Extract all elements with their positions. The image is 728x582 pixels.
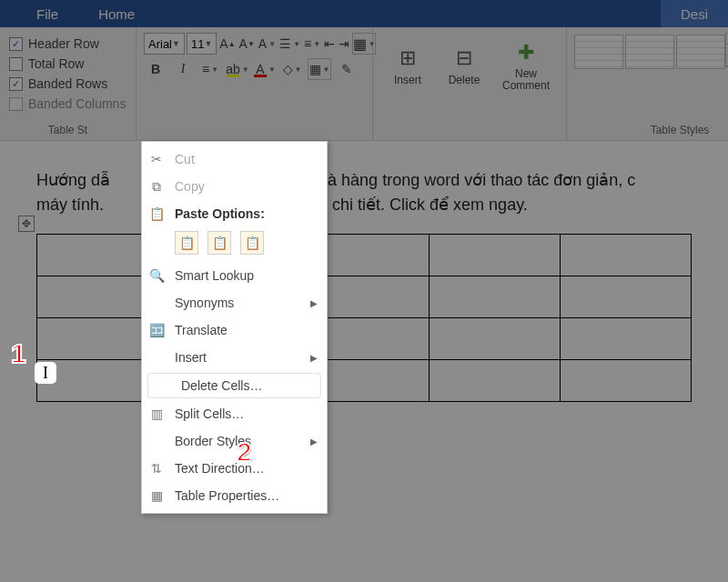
group-label: Table St (7, 124, 128, 138)
menu-insert[interactable]: Insert ▶ (142, 344, 327, 371)
menu-label: Translate (175, 323, 228, 337)
checkbox-unchecked-icon (9, 57, 23, 71)
highlight-color-button[interactable]: ab▼ (226, 58, 249, 80)
table-style-thumb[interactable] (625, 35, 674, 69)
menu-label: Table Properties… (175, 488, 279, 503)
translate-icon: 🈁 (147, 323, 166, 337)
option-label: Banded Columns (28, 96, 126, 111)
menu-translate[interactable]: 🈁 Translate (142, 316, 327, 344)
menu-smart-lookup[interactable]: 🔍 Smart Lookup (142, 262, 327, 289)
chevron-down-icon: ▼ (172, 39, 180, 48)
menu-label: Delete Cells… (181, 378, 262, 393)
table-row (37, 318, 692, 360)
menu-cut[interactable]: ✂ Cut (142, 146, 327, 173)
button-label: New Comment (494, 68, 558, 92)
submenu-arrow-icon: ▶ (310, 436, 318, 447)
comment-plus-icon: ✚ (518, 41, 534, 65)
button-label: Delete (449, 74, 480, 86)
menu-label: Smart Lookup (175, 268, 254, 283)
table-row (37, 276, 692, 318)
indent-button[interactable]: ⇥ (338, 33, 350, 55)
split-cells-icon: ▥ (147, 406, 166, 421)
menu-split-cells[interactable]: ▥ Split Cells… (142, 400, 327, 427)
menu-label: Split Cells… (175, 406, 244, 421)
option-banded-columns[interactable]: Banded Columns (9, 96, 126, 111)
paste-merge-formatting-button[interactable]: 📋 (207, 231, 231, 255)
option-banded-rows[interactable]: ✓ Banded Rows (9, 76, 126, 91)
option-label: Total Row (28, 56, 84, 71)
table-move-handle-icon[interactable]: ✥ (18, 216, 35, 232)
italic-button[interactable]: I (171, 58, 195, 80)
paste-text-only-button[interactable]: 📋 (240, 231, 264, 255)
chevron-down-icon: ▼ (204, 39, 212, 48)
menu-text-direction[interactable]: ⇅ Text Direction… (142, 455, 327, 482)
menu-delete-cells[interactable]: Delete Cells… (147, 373, 321, 398)
insert-row-icon: ⊞ (399, 46, 416, 70)
table-row (37, 360, 692, 402)
table-styles-group: ▲ ▼ ▾ ◪ Shading Table Styles (567, 27, 728, 140)
checkbox-unchecked-icon (9, 97, 23, 111)
paste-keep-formatting-button[interactable]: 📋 (175, 231, 198, 255)
bullets-button[interactable]: ☰▼ (278, 33, 301, 55)
checkbox-checked-icon: ✓ (9, 37, 23, 51)
outdent-button[interactable]: ⇤ (323, 33, 336, 55)
styles-button[interactable]: A▼ (258, 33, 277, 55)
menu-border-styles[interactable]: Border Styles ▶ (142, 427, 327, 455)
search-icon: 🔍 (147, 268, 166, 283)
option-header-row[interactable]: ✓ Header Row (9, 36, 126, 51)
context-menu: ✂ Cut ⧉ Copy 📋 Paste Options: 📋 📋 📋 🔍 Sm… (141, 141, 328, 514)
copy-icon: ⧉ (147, 179, 166, 195)
new-comment-button[interactable]: ✚ New Comment (493, 35, 559, 98)
font-size-combo[interactable]: 11 ▼ (187, 33, 217, 55)
font-family-value: Arial (148, 37, 172, 51)
borders-button[interactable]: ▦▼ (308, 58, 331, 80)
tab-design[interactable]: Desi (661, 0, 728, 27)
menu-label: Synonyms (175, 296, 234, 310)
scissors-icon: ✂ (147, 152, 166, 166)
insert-button[interactable]: ⊞ Insert (380, 35, 435, 98)
option-total-row[interactable]: Total Row (9, 56, 126, 71)
document-area: Hướng dẫ t và hàng trong word với thao t… (0, 141, 728, 402)
bold-button[interactable]: B (144, 58, 167, 80)
menu-label: Paste Options: (175, 206, 265, 221)
menu-synonyms[interactable]: Synonyms ▶ (142, 289, 327, 316)
ribbon-tabs: File Home Desi (0, 0, 728, 27)
grow-font-button[interactable]: A▲ (218, 33, 236, 55)
menu-label: Cut (175, 152, 195, 166)
delete-button[interactable]: ⊟ Delete (437, 35, 491, 98)
tab-file[interactable]: File (16, 0, 78, 27)
menu-label: Insert (175, 350, 207, 365)
menu-copy[interactable]: ⧉ Copy (142, 173, 327, 200)
table-style-thumb[interactable] (676, 35, 725, 69)
clipboard-icon: 📋 (147, 206, 166, 221)
option-label: Banded Rows (28, 76, 107, 91)
menu-paste-options-header: 📋 Paste Options: (142, 200, 327, 227)
table-style-gallery[interactable] (574, 35, 725, 69)
table-style-options-group: ✓ Header Row Total Row ✓ Banded Rows Ban… (0, 27, 136, 140)
document-paragraph: Hướng dẫ t và hàng trong word với thao t… (36, 168, 701, 217)
table-row (37, 235, 692, 276)
menu-table-properties[interactable]: ▦ Table Properties… (142, 482, 327, 509)
text-direction-icon: ⇅ (147, 461, 166, 476)
group-label: Table Styles (574, 124, 728, 138)
font-color-button[interactable]: A▼ (253, 58, 277, 80)
checkbox-checked-icon: ✓ (9, 77, 23, 91)
text-cursor-highlight: I (35, 362, 56, 384)
format-painter-button[interactable]: ✎ (335, 58, 359, 80)
menu-label: Copy (175, 179, 205, 194)
align-button[interactable]: ≡▼ (198, 58, 222, 80)
actions-group: ⊞ Insert ⊟ Delete ✚ New Comment (373, 27, 567, 140)
ribbon: ✓ Header Row Total Row ✓ Banded Rows Ban… (0, 27, 728, 141)
document-table[interactable] (36, 234, 692, 402)
delete-row-icon: ⊟ (456, 46, 472, 70)
tab-home[interactable]: Home (78, 0, 155, 27)
option-label: Header Row (28, 36, 99, 51)
numbering-button[interactable]: ≡▼ (303, 33, 321, 55)
table-properties-icon: ▦ (147, 488, 166, 503)
shrink-font-button[interactable]: A▼ (238, 33, 256, 55)
shading-fill-button[interactable]: ◇▼ (280, 58, 304, 80)
formatting-group: Arial ▼ 11 ▼ A▲ A▼ A▼ ☰▼ ≡▼ ⇤ ⇥ ▦▼ B I ≡… (136, 27, 373, 140)
table-style-thumb[interactable] (574, 35, 623, 69)
submenu-arrow-icon: ▶ (310, 353, 318, 363)
font-family-combo[interactable]: Arial ▼ (144, 33, 185, 55)
